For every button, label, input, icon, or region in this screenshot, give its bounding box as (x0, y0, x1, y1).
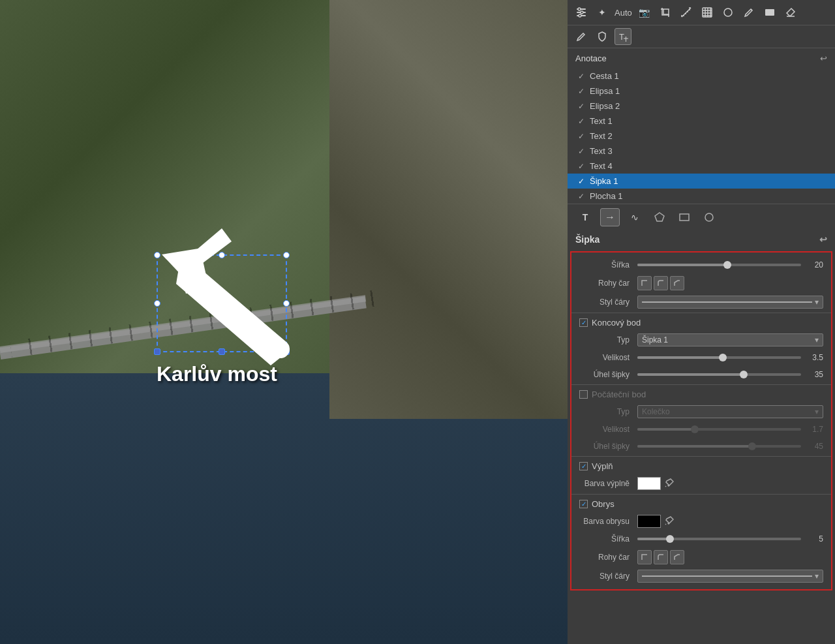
text-icon[interactable]: T (615, 28, 631, 45)
velikost2-value: 1.7 (804, 425, 823, 434)
pocatecni-bod-checkbox[interactable] (579, 390, 588, 399)
handle-tm[interactable] (219, 252, 225, 258)
eyedropper-vyplne-btn[interactable] (663, 478, 675, 489)
sirka-slider[interactable] (637, 264, 801, 266)
velikost-slider-thumb[interactable] (719, 354, 727, 361)
annotation-item-sipka1[interactable]: ✓ Šipka 1 (568, 174, 835, 189)
handle-bl[interactable] (154, 348, 160, 355)
check-sipka1: ✓ (578, 177, 584, 186)
sipka-section-header: Šipka ↩ (568, 230, 835, 249)
crop-icon[interactable] (657, 4, 674, 21)
pencil2-icon[interactable] (573, 28, 590, 45)
uhel2-fill (637, 445, 752, 448)
koncovy-bod-checkbox[interactable]: ✓ (579, 318, 588, 327)
pencil-icon[interactable] (740, 4, 757, 21)
typ2-row: Typ Kolečko ▾ (571, 403, 831, 421)
circle-icon[interactable] (720, 4, 736, 21)
typ2-dropdown[interactable]: Kolečko ▾ (637, 405, 823, 418)
check-text4: ✓ (578, 162, 584, 171)
uhel-sipky-slider[interactable] (637, 373, 801, 376)
right-panel: ✦ Auto 📷 (568, 0, 835, 644)
shape-btn-wave[interactable]: ∿ (625, 208, 645, 226)
velikost-row: Velikost 3.5 (571, 349, 831, 366)
annotation-item-text2[interactable]: ✓ Text 2 (568, 129, 835, 144)
shield-icon[interactable] (594, 28, 611, 45)
uhel-sipky-thumb[interactable] (740, 371, 748, 378)
annotation-label-cesta1: Cesta 1 (590, 71, 619, 81)
shape-btn-arrow[interactable]: → (600, 208, 620, 226)
annotation-item-text1[interactable]: ✓ Text 1 (568, 114, 835, 129)
annotation-item-text3[interactable]: ✓ Text 3 (568, 144, 835, 159)
back-icon[interactable]: ↩ (820, 54, 827, 63)
corner-btn2-round[interactable] (654, 550, 668, 564)
handle-tl[interactable] (154, 252, 160, 258)
corner-btn2-sharp[interactable] (637, 550, 652, 564)
selection-box[interactable] (157, 254, 287, 352)
velikost2-label: Velikost (579, 425, 635, 434)
sipka-title: Šipka (575, 234, 600, 245)
sirka2-value: 5 (804, 534, 823, 544)
shape-btn-rect[interactable] (675, 208, 694, 226)
sirka-row: Šířka 20 (571, 256, 831, 273)
camera-icon[interactable]: 📷 (636, 4, 653, 21)
shape-btn-circle[interactable] (699, 208, 719, 226)
measure-area-icon[interactable] (699, 4, 716, 21)
annotation-list: ✓ Cesta 1 ✓ Elipsa 1 ✓ Elipsa 2 ✓ Text 1… (568, 69, 835, 204)
svg-text:T: T (619, 32, 624, 42)
vypln-checkbox[interactable]: ✓ (579, 462, 588, 470)
svg-rect-12 (663, 9, 669, 14)
shape-btn-text[interactable]: T (575, 208, 595, 226)
velikost-slider[interactable] (637, 356, 801, 359)
obrys-row: ✓ Obrys (571, 496, 831, 512)
sirka2-slider[interactable] (637, 538, 801, 540)
check-elipsa2: ✓ (578, 102, 584, 111)
svg-line-36 (665, 486, 666, 487)
annotation-item-elipsa1[interactable]: ✓ Elipsa 1 (568, 84, 835, 99)
uhel-sipky-fill (637, 373, 744, 376)
shape-btn-polygon[interactable] (650, 208, 669, 226)
annotation-item-text4[interactable]: ✓ Text 4 (568, 159, 835, 174)
corner-btn-bevel[interactable] (670, 276, 684, 290)
sirka-slider-fill (637, 264, 727, 266)
eyedropper-obrysu-btn[interactable] (663, 516, 675, 527)
annotation-item-elipsa2[interactable]: ✓ Elipsa 2 (568, 99, 835, 114)
styl-cary2-dropdown[interactable]: ▾ (637, 570, 823, 583)
handle-ml[interactable] (154, 300, 160, 307)
eraser-icon[interactable] (782, 4, 799, 21)
handle-tr[interactable] (283, 252, 290, 258)
settings-icon[interactable] (573, 4, 590, 21)
velikost-value: 3.5 (804, 353, 823, 362)
barva-obrysu-label: Barva obrysu (579, 517, 635, 526)
velikost2-thumb[interactable] (691, 425, 699, 433)
corner-btn2-bevel[interactable] (670, 550, 684, 564)
obrys-checkbox[interactable]: ✓ (579, 500, 588, 508)
corner-btn-round[interactable] (654, 276, 668, 290)
handle-bm[interactable] (219, 348, 225, 355)
rect-solid-icon[interactable] (761, 4, 778, 21)
sirka2-thumb[interactable] (666, 535, 674, 543)
uhel2-thumb[interactable] (748, 442, 756, 450)
typ-label: Typ (579, 335, 635, 345)
svg-line-28 (751, 9, 752, 10)
annotation-label-text1: Text 1 (590, 116, 613, 126)
annotation-item-cesta1[interactable]: ✓ Cesta 1 (568, 69, 835, 84)
rohy-car-row: Rohy čar (571, 273, 831, 293)
cursor-icon[interactable]: ✦ (594, 4, 611, 21)
measure-line-icon[interactable] (678, 4, 695, 21)
annotation-item-plocha1[interactable]: ✓ Plocha 1 (568, 189, 835, 204)
corner-btn-sharp[interactable] (637, 276, 652, 290)
typ-dropdown[interactable]: Šipka 1 ▾ (637, 333, 823, 346)
sirka-slider-thumb[interactable] (723, 261, 731, 269)
handle-br[interactable] (283, 348, 290, 355)
rohy-car2-label: Rohy čar (579, 553, 635, 562)
barva-vyplne-swatch[interactable] (637, 477, 661, 490)
barva-obrysu-swatch[interactable] (637, 515, 661, 528)
sipka-back-icon[interactable]: ↩ (819, 234, 827, 245)
typ-row: Typ Šipka 1 ▾ (571, 331, 831, 349)
styl-cary-label: Styl čáry (579, 298, 635, 307)
styl-cary-dropdown[interactable]: ▾ (637, 296, 823, 309)
corner-btns-1 (637, 276, 684, 290)
handle-mr[interactable] (283, 300, 290, 307)
svg-rect-34 (680, 214, 689, 221)
barva-vyplne-row: Barva výplně (571, 474, 831, 493)
